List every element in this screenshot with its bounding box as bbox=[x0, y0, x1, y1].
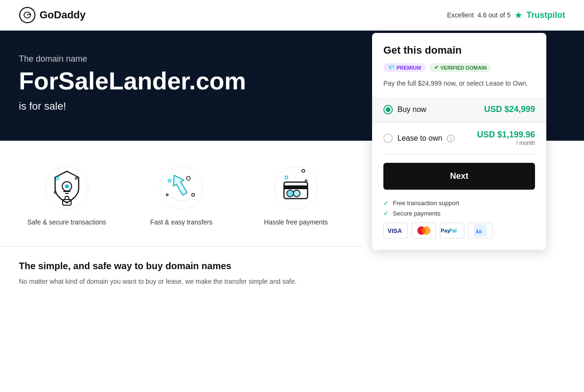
svg-point-32 bbox=[305, 180, 307, 182]
badge-verified: ✔ VERIFIED DOMAIN bbox=[430, 63, 491, 72]
badge-premium: 💎 PREMIUM bbox=[383, 63, 426, 72]
check-icon-1: ✓ bbox=[383, 199, 389, 207]
mastercard-icon bbox=[412, 223, 436, 239]
secure-icon bbox=[43, 164, 90, 211]
diamond-icon: 💎 bbox=[388, 64, 395, 71]
logo-text: GoDaddy bbox=[40, 9, 86, 21]
godaddy-logo-icon bbox=[19, 7, 36, 24]
buy-now-radio[interactable] bbox=[383, 105, 393, 114]
visa-icon: VISA bbox=[383, 223, 408, 239]
paypal-icon: Pay Pal bbox=[440, 223, 464, 239]
lease-label: Lease to own bbox=[397, 134, 442, 143]
logo[interactable]: GoDaddy bbox=[19, 7, 86, 24]
badges-row: 💎 PREMIUM ✔ VERIFIED DOMAIN bbox=[383, 63, 535, 72]
lease-price-block: USD $1,199.96 / month bbox=[477, 130, 535, 146]
svg-point-20 bbox=[192, 193, 195, 196]
info-icon[interactable]: i bbox=[447, 135, 454, 142]
svg-point-19 bbox=[168, 179, 171, 182]
buy-now-label: Buy now bbox=[397, 105, 426, 114]
check-icon-2: ✓ bbox=[383, 209, 389, 217]
svg-point-14 bbox=[75, 177, 77, 179]
buy-now-option[interactable]: Buy now USD $24,999 bbox=[372, 97, 546, 122]
lease-radio[interactable] bbox=[383, 134, 393, 143]
transfer-icon bbox=[158, 164, 205, 211]
trust-label-1: Free transaction support bbox=[393, 200, 459, 207]
bottom-text: No matter what kind of domain you want t… bbox=[19, 276, 344, 287]
feature-transfer: Fast & easy transfers bbox=[133, 164, 229, 227]
svg-point-17 bbox=[66, 201, 68, 203]
trust-item-2: ✓ Secure payments bbox=[383, 209, 535, 217]
svg-text:VISA: VISA bbox=[388, 227, 402, 234]
lease-left: Lease to own i bbox=[383, 134, 454, 143]
lease-per: / month bbox=[477, 140, 535, 146]
hero-subtitle: The domain name bbox=[19, 54, 246, 64]
bottom-title: The simple, and safe way to buy domain n… bbox=[19, 261, 344, 272]
trust-item-1: ✓ Free transaction support bbox=[383, 199, 535, 207]
verified-icon: ✔ bbox=[434, 64, 438, 71]
lease-price: USD $1,199.96 bbox=[477, 130, 535, 140]
header: GoDaddy Excellent 4.6 out of 5 ★ Trustpi… bbox=[0, 0, 584, 31]
bottom-section: The simple, and safe way to buy domain n… bbox=[0, 246, 363, 305]
lease-option[interactable]: Lease to own i USD $1,199.96 / month bbox=[383, 122, 535, 154]
svg-rect-12 bbox=[65, 193, 69, 194]
svg-point-15 bbox=[54, 192, 56, 193]
svg-rect-25 bbox=[284, 185, 308, 189]
svg-point-28 bbox=[287, 190, 293, 197]
card-title: Get this domain bbox=[383, 44, 535, 56]
feature-payments-label: Hassle free payments bbox=[264, 218, 328, 227]
svg-rect-11 bbox=[63, 191, 71, 192]
features-section: Safe & secure transactions Fast & easy t… bbox=[0, 141, 363, 246]
trustpilot-star-icon: ★ bbox=[514, 9, 523, 21]
payment-icons: VISA Pay Pal bbox=[383, 223, 535, 239]
domain-card-inner: Get this domain 💎 PREMIUM ✔ VERIFIED DOM… bbox=[372, 33, 546, 250]
svg-point-21 bbox=[166, 194, 168, 196]
trustpilot-rating: 4.6 out of 5 bbox=[478, 11, 511, 19]
svg-text:Pal: Pal bbox=[449, 228, 457, 233]
hero-domain: ForSaleLander.com bbox=[19, 68, 246, 95]
buy-now-left: Buy now bbox=[383, 105, 426, 114]
svg-point-29 bbox=[293, 190, 300, 197]
feature-secure: Safe & secure transactions bbox=[19, 164, 114, 227]
trustpilot-section: Excellent 4.6 out of 5 ★ Trustpilot bbox=[447, 9, 565, 21]
svg-point-31 bbox=[285, 176, 288, 179]
payments-icon bbox=[272, 164, 319, 211]
trustpilot-brand: Trustpilot bbox=[527, 10, 565, 20]
feature-secure-label: Safe & secure transactions bbox=[27, 218, 106, 227]
feature-payments: Hassle free payments bbox=[248, 164, 344, 227]
hero-text-block: The domain name ForSaleLander.com is for… bbox=[19, 54, 246, 112]
svg-point-10 bbox=[65, 184, 69, 188]
svg-point-13 bbox=[56, 177, 59, 180]
next-button[interactable]: Next bbox=[383, 163, 535, 190]
alipay-icon: Ali bbox=[468, 223, 493, 239]
trust-label-2: Secure payments bbox=[393, 210, 440, 217]
trustpilot-excellent: Excellent bbox=[447, 11, 474, 19]
hero-section: The domain name ForSaleLander.com is for… bbox=[0, 31, 584, 141]
trust-items: ✓ Free transaction support ✓ Secure paym… bbox=[383, 199, 535, 217]
trustpilot-logo: Trustpilot bbox=[527, 10, 565, 20]
hero-forsale: is for sale! bbox=[19, 100, 246, 112]
card-description: Pay the full $24,999 now, or select Leas… bbox=[383, 79, 535, 88]
svg-text:Ali: Ali bbox=[476, 229, 482, 234]
svg-point-22 bbox=[187, 176, 190, 180]
svg-point-30 bbox=[302, 169, 305, 172]
buy-now-price: USD $24,999 bbox=[484, 104, 535, 114]
feature-transfer-label: Fast & easy transfers bbox=[150, 218, 212, 227]
